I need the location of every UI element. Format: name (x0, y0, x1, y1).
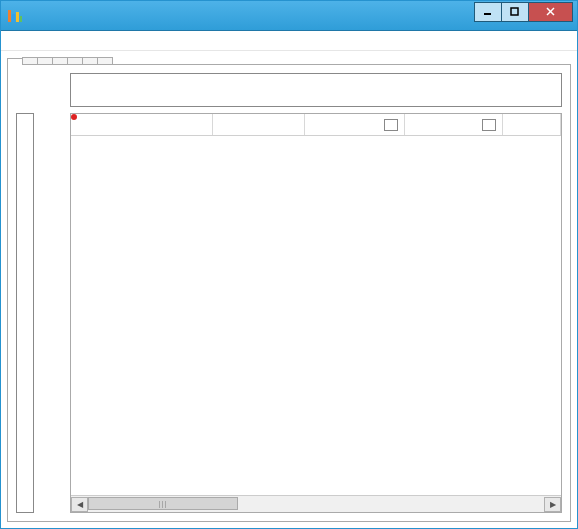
svg-rect-3 (20, 16, 22, 22)
tab-panel-use-counts: ◀ ||| ▶ (7, 64, 571, 522)
horizontal-scrollbar[interactable]: ◀ ||| ▶ (71, 495, 561, 512)
tab-physical-pages[interactable] (52, 57, 68, 64)
col-total[interactable] (213, 114, 305, 135)
tab-physical-ranges[interactable] (67, 57, 83, 64)
memory-map-strip (16, 113, 34, 513)
col-usage[interactable] (71, 114, 213, 135)
table-header (71, 114, 561, 136)
minimize-button[interactable] (474, 2, 502, 22)
close-button[interactable] (528, 2, 573, 22)
svg-rect-0 (8, 10, 11, 22)
active-color-swatch (384, 119, 398, 131)
scroll-track[interactable]: ||| (88, 497, 544, 512)
usage-table: ◀ ||| ▶ (70, 113, 562, 513)
tab-file-details[interactable] (97, 57, 113, 64)
col-standby[interactable] (405, 114, 503, 135)
svg-rect-2 (16, 12, 19, 22)
tabstrip (7, 57, 571, 64)
scroll-thumb[interactable]: ||| (88, 497, 238, 510)
table-body (71, 136, 561, 495)
menu-help[interactable] (37, 39, 53, 43)
tab-priority-summary[interactable] (37, 57, 53, 64)
scroll-right-arrow[interactable]: ▶ (544, 497, 561, 512)
tab-processes[interactable] (22, 57, 38, 64)
standby-color-swatch (482, 119, 496, 131)
col-active[interactable] (305, 114, 405, 135)
col-modified[interactable] (503, 114, 561, 135)
svg-rect-5 (511, 8, 518, 15)
app-icon (7, 8, 23, 24)
scroll-left-arrow[interactable]: ◀ (71, 497, 88, 512)
memory-overview-bar (70, 73, 562, 107)
menu-file[interactable] (5, 39, 21, 43)
client-area: ◀ ||| ▶ (1, 51, 577, 528)
menu-empty[interactable] (21, 39, 37, 43)
menubar (1, 31, 577, 51)
tab-file-summary[interactable] (82, 57, 98, 64)
tab-use-counts[interactable] (7, 58, 23, 65)
app-window: ◀ ||| ▶ (0, 0, 578, 529)
maximize-button[interactable] (501, 2, 529, 22)
svg-rect-1 (12, 14, 15, 22)
titlebar (1, 1, 577, 31)
